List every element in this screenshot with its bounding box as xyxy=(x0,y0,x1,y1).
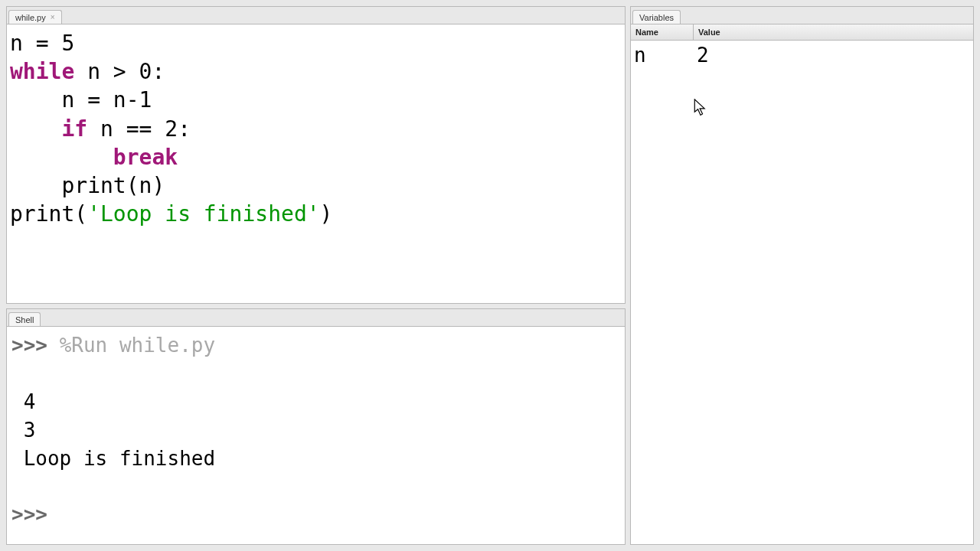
mouse-cursor-icon xyxy=(694,99,707,117)
shell-text[interactable]: >>> %Run while.py 4 3 Loop is finished >… xyxy=(7,327,625,532)
code-line: n = n-1 xyxy=(10,87,152,112)
variables-body: n 2 xyxy=(631,41,973,544)
shell-prompt: >>> xyxy=(11,334,60,357)
code-text[interactable]: n = 5 while n > 0: n = n-1 if n == 2: br… xyxy=(7,24,625,232)
shell-output-line: 3 xyxy=(24,419,36,442)
shell-output-line: Loop is finished xyxy=(24,447,215,470)
string-literal: 'Loop is finished' xyxy=(87,201,319,227)
shell-tab[interactable]: Shell xyxy=(8,312,41,326)
editor-content[interactable]: n = 5 while n > 0: n = n-1 if n == 2: br… xyxy=(7,24,625,303)
code-text-seg: ) xyxy=(320,201,333,227)
variables-tab-label: Variables xyxy=(639,13,674,22)
variables-header-row: Name Value xyxy=(631,24,973,41)
close-icon[interactable]: × xyxy=(51,13,55,21)
variables-col-name[interactable]: Name xyxy=(631,24,694,40)
shell-prompt: >>> xyxy=(11,503,60,526)
shell-tab-label: Shell xyxy=(15,315,34,324)
editor-tab-label: while.py xyxy=(15,13,46,22)
variables-content: Name Value n 2 xyxy=(631,24,973,544)
variables-tab-row: Variables xyxy=(631,7,973,24)
shell-run-command: %Run while.py xyxy=(60,334,216,357)
shell-content[interactable]: >>> %Run while.py 4 3 Loop is finished >… xyxy=(7,326,625,544)
editor-panel: while.py × n = 5 while n > 0: n = n-1 if… xyxy=(6,6,626,304)
keyword-while: while xyxy=(10,59,74,84)
keyword-break: break xyxy=(113,145,178,170)
editor-tab[interactable]: while.py × xyxy=(8,10,62,24)
shell-panel: Shell >>> %Run while.py 4 3 Loop is fini… xyxy=(6,308,626,545)
variables-col-value[interactable]: Value xyxy=(694,24,973,40)
ide-root: while.py × n = 5 while n > 0: n = n-1 if… xyxy=(0,0,980,551)
indent xyxy=(10,116,61,142)
shell-tab-row: Shell xyxy=(7,309,625,326)
variables-tab[interactable]: Variables xyxy=(632,10,681,24)
keyword-if: if xyxy=(61,116,87,142)
code-text-seg: n > 0: xyxy=(74,59,165,84)
editor-tab-row: while.py × xyxy=(7,7,625,24)
code-text-seg: n == 2: xyxy=(87,116,191,142)
code-text-seg: print( xyxy=(10,201,87,227)
shell-output-line: 4 xyxy=(24,390,36,413)
code-line: n = 5 xyxy=(10,31,74,56)
var-value-cell: 2 xyxy=(694,41,973,70)
table-row[interactable]: n 2 xyxy=(631,41,973,70)
variables-panel: Variables Name Value n 2 xyxy=(630,6,974,545)
var-name-cell: n xyxy=(631,41,694,70)
indent xyxy=(10,145,113,170)
code-line: print(n) xyxy=(10,173,165,198)
